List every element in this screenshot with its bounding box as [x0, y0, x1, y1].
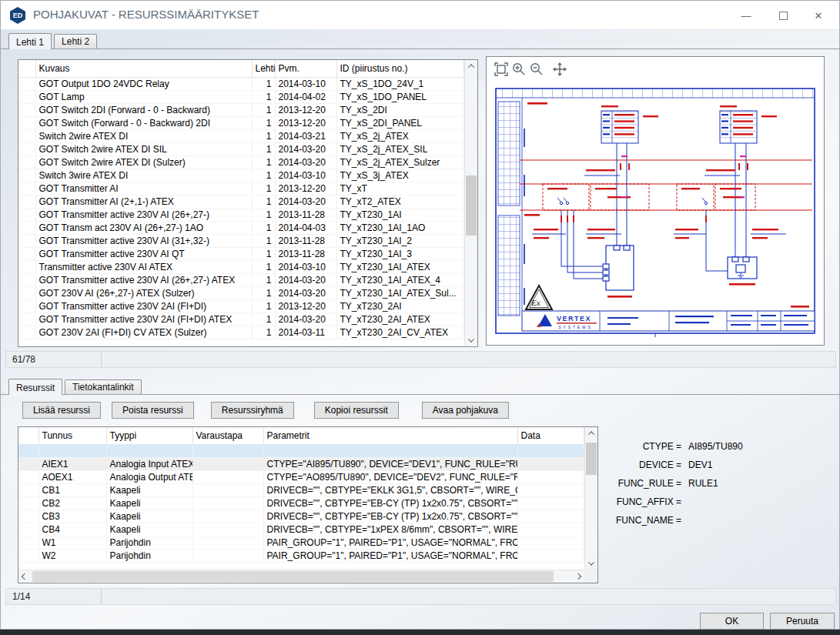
remove-resource-button[interactable]: Poista resurssi: [112, 402, 194, 419]
minimize-button[interactable]: —: [733, 5, 759, 25]
detail-field-value: RULE1: [688, 478, 718, 489]
drawings-vertical-scrollbar[interactable]: [464, 60, 477, 346]
cell-pvm: 2014-03-20: [275, 273, 336, 286]
resource-row[interactable]: AIEX1 Analogia Input ATEX CTYPE="AI895/T…: [18, 457, 584, 470]
vertex-logo-subtext: SYSTEMS: [558, 325, 592, 329]
row-indent-cell: [18, 312, 35, 326]
cell-pvm: 2014-03-10: [275, 77, 336, 90]
cell-kuvaus: GOT Transmitter AI (2+,1-) ATEX: [35, 195, 252, 208]
row-indent-cell: [18, 444, 38, 457]
row-indent-cell: [18, 299, 35, 312]
drawing-row[interactable]: GOT Lamp 1 2014-04-02 TY_xS_1DO_PANEL: [18, 90, 464, 103]
cell-parametrit: CTYPE="AI895/TU890", DEVICE="DEV1", FUNC…: [263, 457, 517, 470]
cell-kuvaus: GOT Transmitter active 230V AI (26+,27-)…: [35, 273, 252, 286]
tab-lehti-1[interactable]: Lehti 1: [8, 33, 52, 49]
zoom-in-icon[interactable]: [510, 61, 527, 78]
cell-tunnus: CB1: [38, 483, 106, 496]
drawing-row[interactable]: GOT Transmitter active 230V AI (31+,32-)…: [18, 234, 464, 247]
drawing-row[interactable]: Transmitter active 230V AI ATEX 1 2014-0…: [18, 260, 464, 273]
resource-row[interactable]: CB2 Kaapeli DRIVECB="", CBTYPE="EB-CY (T…: [18, 496, 584, 510]
resource-row[interactable]: CB1 Kaapeli DRIVECB="", CBTYPE="EKLK 3G1…: [18, 483, 584, 496]
cell-id: TY_xS_2j_ATEX: [336, 129, 464, 142]
close-button[interactable]: ✕: [805, 5, 832, 25]
drawing-row[interactable]: GOT Switch 2wire ATEX DI SIL 1 2014-03-2…: [18, 142, 464, 155]
drawing-row[interactable]: GOT Switch (Forward - 0 - Backward) 2DI …: [18, 116, 464, 129]
cell-pvm: 2013-12-20: [275, 182, 336, 195]
drawing-row[interactable]: GOT 230V 2AI (FI+DI) CV ATEX (Sulzer) 1 …: [18, 326, 464, 339]
cell-pvm: 2013-12-20: [275, 103, 336, 116]
drawing-row[interactable]: GOT Switch 2wire ATEX DI (Sulzer) 1 2014…: [18, 155, 464, 169]
drawing-row[interactable]: GOT Transmitter active 230V AI QT 1 2013…: [18, 247, 464, 260]
zoom-out-icon[interactable]: [528, 61, 545, 78]
cell-lehtia: 1: [252, 116, 275, 129]
drawing-row[interactable]: GOT Transmitter active 230V AI (26+,27-)…: [18, 273, 464, 286]
cell-varaustapa: [192, 510, 263, 523]
cell-id: TY_xS_1DO_PANEL: [336, 90, 464, 103]
drawing-row[interactable]: GOT 230V AI (26+,27-) ATEX (Sulzer) 1 20…: [18, 286, 464, 299]
scrollbar-thumb[interactable]: [586, 443, 597, 475]
tab-tietokantalinkit[interactable]: Tietokantalinkit: [65, 379, 142, 394]
resource-row[interactable]: AOEX1 Analogia Output ATEX CTYPE="AO895/…: [18, 470, 584, 483]
drawing-row[interactable]: GOT Transmitter AI 1 2013-12-20 TY_xT: [18, 182, 464, 195]
copy-resources-button[interactable]: Kopioi resurssit: [314, 402, 399, 419]
cell-kuvaus: GOT Transmitter AI: [35, 182, 252, 195]
cell-lehtia: 1: [252, 299, 275, 312]
ok-button[interactable]: OK: [700, 613, 764, 630]
cancel-button[interactable]: Peruuta: [770, 613, 835, 630]
resources-horizontal-scrollbar[interactable]: [18, 570, 584, 583]
cell-id: TY_xT230_1AI: [336, 208, 464, 221]
resources-vertical-scrollbar[interactable]: [584, 427, 597, 570]
drawing-row[interactable]: GOT Transmitter active 230V 2AI (FI+DI) …: [18, 299, 464, 312]
column-header: ID (piirustus no.): [336, 60, 464, 77]
open-template-button[interactable]: Avaa pohjakuva: [422, 402, 509, 419]
cell-pvm: 2014-04-02: [275, 90, 336, 103]
scroll-right-icon[interactable]: [572, 570, 584, 583]
fit-view-icon[interactable]: [493, 61, 510, 78]
cell-tyyppi: Parijohdin: [106, 536, 192, 549]
scrollbar-thumb[interactable]: [32, 571, 554, 582]
drawing-row[interactable]: Switch 3wire ATEX DI 1 2014-03-10 TY_xS_…: [18, 169, 464, 182]
cell-tyyppi: Analogia Output ATEX: [106, 470, 192, 483]
cell-tyyppi: Analogia Input ATEX: [106, 457, 192, 470]
row-indent-cell: [18, 536, 38, 549]
add-resource-button[interactable]: Lisää resurssi: [22, 402, 101, 419]
pan-icon[interactable]: [551, 61, 568, 78]
cell-pvm: 2014-03-20: [275, 195, 336, 208]
resource-row[interactable]: CB3 Kaapeli DRIVECB="", CBTYPE="EB-CY (T…: [18, 510, 584, 523]
drawing-row[interactable]: GOT Transmitter AI (2+,1-) ATEX 1 2014-0…: [18, 195, 464, 208]
drawing-row[interactable]: GOT Transm act 230V AI (26+,27-) 1AO 1 2…: [18, 221, 464, 234]
cell-data: [517, 457, 584, 470]
cell-varaustapa: [192, 483, 263, 496]
resource-row[interactable]: CB4 Kaapeli DRIVECB="", CBTYPE="1xPEX 8/…: [18, 523, 584, 536]
scroll-up-icon[interactable]: [465, 60, 477, 72]
resource-row[interactable]: [18, 444, 584, 457]
drawing-row[interactable]: GOT Transmitter active 230V AI (26+,27-)…: [18, 208, 464, 221]
resource-row[interactable]: W2 Parijohdin PAIR_GROUP="1", PAIRED="P1…: [18, 549, 584, 562]
drawing-row[interactable]: GOT Output 1DO 24VDC Relay 1 2014-03-10 …: [18, 77, 464, 90]
maximize-button[interactable]: [770, 5, 796, 25]
dialog-window: ED POHJAKUVAT - RESURSSIMÄÄRITYKSET — ✕ …: [0, 0, 840, 630]
drawing-row[interactable]: Switch 2wire ATEX DI 1 2014-03-21 TY_xS_…: [18, 129, 464, 142]
resource-buttons-row: Lisää resurssi Poista resurssi Resurssir…: [22, 402, 509, 419]
scroll-down-icon[interactable]: [465, 334, 477, 346]
row-indent-cell: [18, 510, 38, 523]
scroll-left-icon[interactable]: [18, 570, 31, 583]
scroll-up-icon[interactable]: [585, 427, 597, 439]
cell-lehtia: 1: [252, 182, 275, 195]
cell-id: TY_xT230_1AI_3: [336, 247, 464, 260]
drawing-row[interactable]: GOT Transmitter active 230V 2AI (FI+DI) …: [18, 312, 464, 326]
cell-varaustapa: [192, 470, 263, 483]
scrollbar-thumb[interactable]: [466, 175, 477, 236]
row-indent-cell: [18, 116, 35, 129]
drawing-preview[interactable]: Ex VERTEX SYSTEMS: [492, 86, 820, 340]
drawings-header-row: Kuvaus Lehtiä Pvm. ID (piirustus no.): [18, 60, 464, 77]
tab-lehti-2[interactable]: Lehti 2: [54, 34, 97, 48]
cell-lehtia: 1: [252, 169, 275, 182]
resource-row[interactable]: W1 Parijohdin PAIR_GROUP="1", PAIRED="P1…: [18, 536, 584, 549]
ex-symbol-label: Ex: [530, 298, 540, 307]
detail-field-label: DEVICE =: [607, 460, 681, 470]
resource-group-button[interactable]: Resurssiryhmä: [211, 402, 294, 419]
scroll-down-icon[interactable]: [585, 557, 597, 570]
tab-resurssit[interactable]: Resurssit: [8, 379, 62, 395]
drawing-row[interactable]: GOT Switch 2DI (Forward - 0 - Backward) …: [18, 103, 464, 116]
